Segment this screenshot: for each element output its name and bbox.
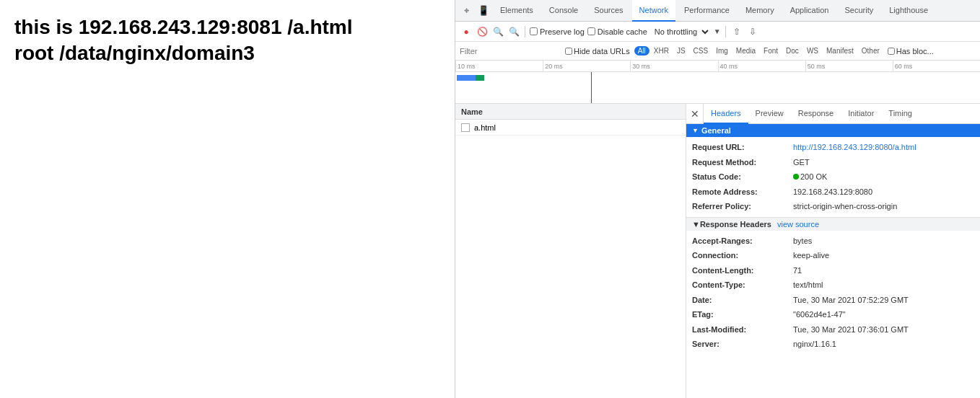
separator — [525, 26, 525, 37]
timeline-bar-green — [476, 75, 484, 81]
detail-val: GET — [793, 156, 810, 169]
devtools-tab-console[interactable]: Console — [542, 0, 585, 22]
details-tab-timing[interactable]: Timing — [881, 104, 919, 124]
detail-val: 192.168.243.129:8080 — [793, 186, 872, 198]
detail-val: keep-alive — [793, 249, 829, 262]
detail-key: Status Code: — [692, 171, 793, 183]
timeline-tick: 20 ms — [543, 61, 630, 71]
request-row-file-icon — [461, 123, 470, 132]
response-headers-title: Response Headers — [700, 220, 771, 229]
details-content: ▼ General Request URL:http://192.168.243… — [686, 124, 980, 398]
devtools-tab-network[interactable]: Network — [632, 0, 675, 22]
filter-type-js[interactable]: JS — [673, 46, 689, 56]
detail-key: Remote Address: — [692, 186, 793, 198]
request-url-link[interactable]: http://192.168.243.129:8080/a.html — [793, 143, 916, 151]
search-button[interactable]: 🔍 — [507, 25, 520, 38]
filter-type-ws[interactable]: WS — [803, 46, 822, 56]
detail-row: Last-Modified:Tue, 30 Mar 2021 07:36:01 … — [692, 322, 974, 337]
has-blocked-label[interactable]: Has bloc... — [888, 47, 934, 56]
details-tab-response[interactable]: Response — [791, 104, 841, 124]
detail-row: Status Code:200 OK — [692, 169, 974, 185]
filter-type-doc[interactable]: Doc — [782, 46, 802, 56]
details-tabs: ✕ HeadersPreviewResponseInitiatorTiming — [686, 104, 980, 124]
download-button[interactable]: ⇩ — [746, 25, 759, 38]
details-tab-headers[interactable]: Headers — [704, 104, 748, 124]
detail-val: nginx/1.16.1 — [793, 338, 836, 350]
detail-key: Request URL: — [692, 141, 793, 154]
throttle-select[interactable]: No throttling — [650, 27, 711, 37]
timeline-tick: 10 ms — [455, 61, 543, 71]
filter-type-xhr[interactable]: XHR — [650, 46, 673, 56]
page-title-line2: root /data/nginx/domain3 — [14, 40, 440, 66]
detail-val: text/html — [793, 279, 823, 291]
timeline-tick: 60 ms — [893, 61, 980, 71]
filter-type-other[interactable]: Other — [858, 46, 883, 56]
filter-type-manifest[interactable]: Manifest — [823, 46, 857, 56]
has-blocked-checkbox[interactable] — [888, 48, 895, 55]
detail-row: Connection:keep-alive — [692, 248, 974, 263]
filter-bar: Hide data URLs AllXHRJSCSSImgMediaFontDo… — [455, 42, 980, 61]
detail-row: Content-Length:71 — [692, 263, 974, 278]
timeline-cursor — [591, 72, 592, 103]
response-headers-section-header[interactable]: ▼ Response Headers view source — [686, 217, 980, 231]
inspect-icon[interactable]: ⌖ — [458, 3, 474, 19]
hide-data-urls-label[interactable]: Hide data URLs — [565, 47, 630, 56]
disable-cache-checkbox[interactable] — [587, 27, 595, 35]
disable-cache-text: Disable cache — [598, 27, 647, 36]
filter-type-media[interactable]: Media — [732, 46, 759, 56]
filter-type-all[interactable]: All — [634, 46, 649, 56]
close-details-button[interactable]: ✕ — [686, 104, 704, 124]
timeline-bar-area — [455, 72, 980, 103]
devtools-tab-application[interactable]: Application — [783, 0, 836, 22]
clear-button[interactable]: 🚫 — [476, 25, 489, 38]
page-title-line1: this is 192.168.243.129:8081 /a.html — [14, 14, 440, 40]
detail-key: Content-Length: — [692, 265, 793, 277]
devtools-tab-performance[interactable]: Performance — [677, 0, 737, 22]
timeline-tick: 40 ms — [718, 61, 805, 71]
detail-key: Server: — [692, 338, 793, 350]
page-content: this is 192.168.243.129:8081 /a.html roo… — [0, 0, 455, 398]
general-section-header[interactable]: ▼ General — [686, 124, 980, 137]
devtools-tab-sources[interactable]: Sources — [587, 0, 630, 22]
filter-type-img[interactable]: Img — [712, 46, 732, 56]
preserve-log-text: Preserve log — [540, 27, 585, 36]
detail-row: ETag:"6062d4e1-47" — [692, 307, 974, 322]
triangle-icon2: ▼ — [692, 220, 700, 229]
filter-input[interactable] — [460, 47, 561, 56]
disable-cache-label[interactable]: Disable cache — [587, 27, 647, 36]
detail-row: Server:nginx/1.16.1 — [692, 337, 974, 352]
detail-key: Connection: — [692, 249, 793, 262]
preserve-log-label[interactable]: Preserve log — [530, 27, 585, 36]
detail-key: Referrer Policy: — [692, 200, 793, 213]
filter-type-css[interactable]: CSS — [690, 46, 712, 56]
separator2 — [725, 26, 726, 37]
devtools-tab-memory[interactable]: Memory — [738, 0, 782, 22]
detail-val: "6062d4e1-47" — [793, 309, 846, 321]
filter-type-font[interactable]: Font — [760, 46, 782, 56]
view-source-link[interactable]: view source — [777, 220, 819, 229]
detail-key: Request Method: — [692, 156, 793, 169]
detail-row: Request URL:http://192.168.243.129:8080/… — [692, 140, 974, 155]
devtools-tab-security[interactable]: Security — [837, 0, 880, 22]
details-tab-preview[interactable]: Preview — [748, 104, 791, 124]
filter-toggle-button[interactable]: 🔍 — [491, 25, 504, 38]
device-icon[interactable]: 📱 — [476, 3, 491, 19]
details-tab-initiator[interactable]: Initiator — [841, 104, 881, 124]
network-toolbar: ● 🚫 🔍 🔍 Preserve log Disable cache No th… — [455, 22, 980, 42]
devtools-tab-lighthouse[interactable]: Lighthouse — [882, 0, 935, 22]
devtools-tab-elements[interactable]: Elements — [493, 0, 541, 22]
request-row-name: a.html — [474, 123, 496, 132]
detail-row: Content-Type:text/html — [692, 278, 974, 293]
record-button[interactable]: ● — [460, 25, 473, 38]
preserve-log-checkbox[interactable] — [530, 27, 538, 35]
detail-key: Date: — [692, 294, 793, 306]
request-row[interactable]: a.html — [455, 120, 686, 136]
request-rows: a.html — [455, 120, 686, 136]
throttle-arrow: ▼ — [714, 27, 721, 35]
triangle-icon: ▼ — [692, 127, 699, 134]
hide-data-urls-text: Hide data URLs — [574, 47, 630, 56]
detail-row: Request Method:GET — [692, 155, 974, 170]
hide-data-urls-checkbox[interactable] — [565, 48, 572, 55]
detail-row: Remote Address:192.168.243.129:8080 — [692, 185, 974, 200]
upload-button[interactable]: ⇧ — [730, 25, 743, 38]
